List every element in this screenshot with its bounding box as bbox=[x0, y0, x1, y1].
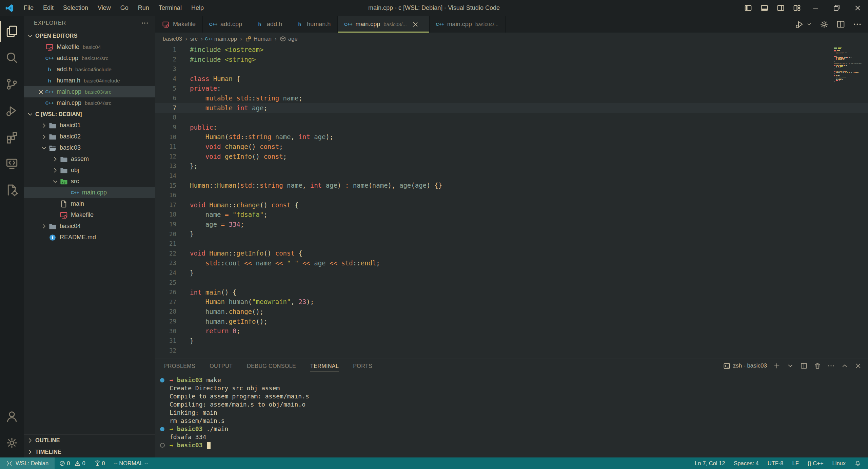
status-eol[interactable]: LF bbox=[788, 460, 803, 467]
code-line-18[interactable]: 18 name = "fdsafa"; bbox=[155, 210, 868, 220]
code-line-8[interactable]: 8 bbox=[155, 113, 868, 123]
open-editor-main.cpp[interactable]: C++main.cppbasic03/src bbox=[24, 86, 155, 97]
activity-cpp-tools[interactable] bbox=[0, 177, 24, 203]
code-line-21[interactable]: 21 bbox=[155, 239, 868, 249]
menu-view[interactable]: View bbox=[93, 0, 116, 16]
status-ports[interactable]: 0 bbox=[90, 460, 110, 467]
code-line-31[interactable]: 31} bbox=[155, 336, 868, 346]
plus-icon[interactable] bbox=[773, 362, 781, 370]
code-line-30[interactable]: 30 return 0; bbox=[155, 326, 868, 336]
status-vim-mode[interactable]: -- NORMAL -- bbox=[110, 460, 153, 467]
code-line-27[interactable]: 27 Human human("meowrain", 23); bbox=[155, 297, 868, 307]
code-line-1[interactable]: 1#include <iostream> bbox=[155, 45, 868, 55]
menu-file[interactable]: File bbox=[19, 0, 38, 16]
close-icon[interactable] bbox=[854, 362, 862, 370]
open-editor-Makefile[interactable]: Makefilebasic04 bbox=[24, 41, 155, 53]
menu-edit[interactable]: Edit bbox=[38, 0, 58, 16]
code-line-13[interactable]: 13}; bbox=[155, 161, 868, 171]
activity-source-control[interactable] bbox=[0, 71, 24, 97]
menu-go[interactable]: Go bbox=[116, 0, 133, 16]
tree-item-Makefile[interactable]: Makefile bbox=[24, 209, 155, 221]
terminal-instance[interactable]: zsh - basic03 bbox=[723, 362, 767, 370]
code-editor[interactable]: 1#include <iostream>2#include <string>34… bbox=[155, 45, 868, 358]
activity-remote-explorer[interactable] bbox=[0, 150, 24, 177]
status-problems[interactable]: 00 bbox=[55, 460, 90, 467]
status-indentation[interactable]: Spaces: 4 bbox=[729, 460, 763, 467]
menu-help[interactable]: Help bbox=[186, 0, 209, 16]
close-icon[interactable] bbox=[412, 21, 419, 28]
code-line-4[interactable]: 4class Human { bbox=[155, 74, 868, 84]
code-line-3[interactable]: 3 bbox=[155, 64, 868, 74]
tree-item-basic03[interactable]: basic03 bbox=[24, 142, 155, 153]
layout-grid-button[interactable] bbox=[789, 0, 805, 16]
status-cursor-position[interactable]: Ln 7, Col 12 bbox=[690, 460, 729, 467]
activity-run-debug[interactable] bbox=[0, 97, 24, 124]
timeline-header[interactable]: TIMELINE bbox=[24, 446, 155, 457]
panel-tab-ports[interactable]: PORTS bbox=[353, 360, 372, 372]
activity-settings-gear[interactable] bbox=[0, 430, 24, 456]
code-line-19[interactable]: 19 age = 334; bbox=[155, 220, 868, 229]
menu-terminal[interactable]: Terminal bbox=[154, 0, 186, 16]
tree-item-main.cpp[interactable]: C++main.cpp bbox=[24, 187, 155, 198]
open-editor-main.cpp[interactable]: C++main.cppbasic04/src bbox=[24, 97, 155, 109]
run-debug-icon[interactable] bbox=[795, 20, 804, 29]
tab-main.cpp-basic03[interactable]: C++main.cppbasic03/... bbox=[338, 16, 429, 33]
split-editor-icon[interactable] bbox=[836, 20, 845, 29]
tab-add.h[interactable]: hadd.h bbox=[249, 16, 289, 33]
tree-item-basic01[interactable]: basic01 bbox=[24, 120, 155, 131]
ellipsis-icon[interactable] bbox=[827, 362, 835, 370]
code-line-17[interactable]: 17void Human::change() const { bbox=[155, 200, 868, 210]
window-restore-button[interactable] bbox=[826, 0, 847, 16]
activity-search[interactable] bbox=[0, 44, 24, 71]
code-line-16[interactable]: 16 bbox=[155, 190, 868, 200]
menu-selection[interactable]: Selection bbox=[58, 0, 93, 16]
open-editor-human.h[interactable]: hhuman.hbasic04/include bbox=[24, 75, 155, 86]
trash-icon[interactable] bbox=[814, 362, 821, 370]
window-close-button[interactable] bbox=[847, 0, 868, 16]
activity-files[interactable] bbox=[0, 18, 24, 44]
code-line-25[interactable]: 25 bbox=[155, 278, 868, 287]
layout-panel-button[interactable] bbox=[756, 0, 772, 16]
code-line-2[interactable]: 2#include <string> bbox=[155, 55, 868, 64]
status-encoding[interactable]: UTF-8 bbox=[763, 460, 788, 467]
gear-icon[interactable] bbox=[820, 20, 829, 29]
code-line-10[interactable]: 10 Human(std::string name, int age); bbox=[155, 132, 868, 142]
open-editor-add.cpp[interactable]: C++add.cppbasic04/src bbox=[24, 53, 155, 64]
tab-human.h[interactable]: hhuman.h bbox=[289, 16, 338, 33]
code-line-20[interactable]: 20} bbox=[155, 229, 868, 239]
tree-item-src[interactable]: src bbox=[24, 176, 155, 187]
activity-extensions[interactable] bbox=[0, 124, 24, 150]
code-line-22[interactable]: 22void Human::getInfo() const { bbox=[155, 248, 868, 258]
breadcrumb-basic03[interactable]: basic03 bbox=[163, 36, 182, 42]
code-line-7[interactable]: 7 mutable int age; bbox=[155, 103, 868, 113]
breadcrumb-src[interactable]: src bbox=[190, 36, 198, 42]
tab-add.cpp[interactable]: C++add.cpp bbox=[203, 16, 249, 33]
chevron-up-icon[interactable] bbox=[841, 362, 848, 370]
panel-tab-problems[interactable]: PROBLEMS bbox=[164, 360, 195, 372]
breadcrumb-main.cpp[interactable]: C++main.cpp bbox=[206, 36, 237, 42]
breadcrumb-age[interactable]: age bbox=[280, 36, 298, 42]
activity-account[interactable] bbox=[0, 403, 24, 430]
tree-item-obj[interactable]: obj bbox=[24, 165, 155, 176]
code-line-11[interactable]: 11 void change() const; bbox=[155, 142, 868, 152]
tree-item-README.md[interactable]: README.md bbox=[24, 232, 155, 243]
tree-item-basic04[interactable]: basic04 bbox=[24, 221, 155, 232]
ellipsis-icon[interactable] bbox=[853, 20, 862, 29]
tab-Makefile[interactable]: Makefile bbox=[155, 16, 203, 33]
status-notifications[interactable] bbox=[850, 460, 865, 467]
close-icon[interactable] bbox=[37, 89, 45, 95]
code-line-23[interactable]: 23 std::cout << name << " " << age << st… bbox=[155, 258, 868, 268]
status-language-mode[interactable]: {} C++ bbox=[803, 460, 828, 467]
code-line-14[interactable]: 14 bbox=[155, 171, 868, 181]
workspace-header[interactable]: C [WSL: DEBIAN] bbox=[24, 109, 155, 120]
code-line-15[interactable]: 15Human::Human(std::string name, int age… bbox=[155, 181, 868, 190]
status-remote-os[interactable]: Linux bbox=[828, 460, 850, 467]
code-line-28[interactable]: 28 human.change(); bbox=[155, 307, 868, 317]
open-editor-add.h[interactable]: hadd.hbasic04/include bbox=[24, 64, 155, 75]
menu-run[interactable]: Run bbox=[133, 0, 154, 16]
code-line-32[interactable]: 32 bbox=[155, 345, 868, 355]
layout-sidebar-right-button[interactable] bbox=[772, 0, 789, 16]
chevron-down-icon[interactable] bbox=[806, 21, 812, 27]
code-line-26[interactable]: 26int main() { bbox=[155, 287, 868, 297]
panel-tab-debug-console[interactable]: DEBUG CONSOLE bbox=[247, 360, 296, 372]
